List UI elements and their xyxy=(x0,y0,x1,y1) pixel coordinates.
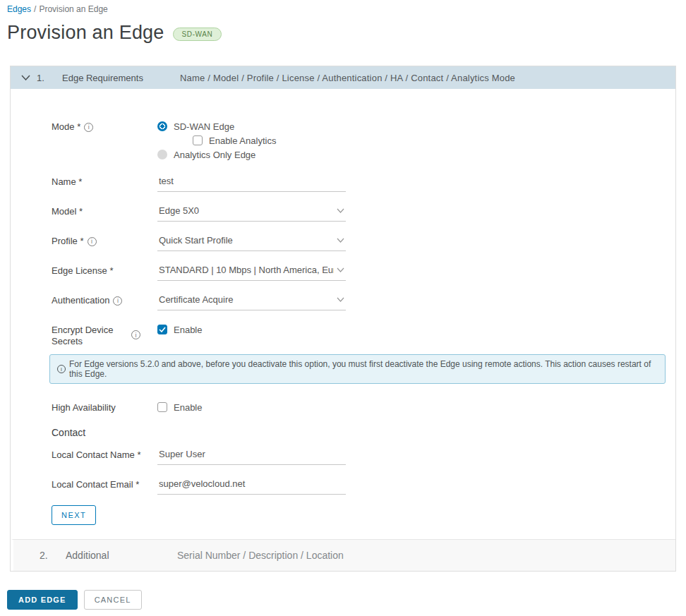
edge-license-row: Edge License * STANDARD | 10 Mbps | Nort… xyxy=(11,263,675,281)
model-value: Edge 5X0 xyxy=(159,205,334,216)
model-select[interactable]: Edge 5X0 xyxy=(157,204,346,222)
mode-label-wrap: Mode * xyxy=(52,119,157,133)
sdwan-badge: SD-WAN xyxy=(173,28,222,41)
section2-number: 2. xyxy=(40,550,59,561)
encrypt-device-secrets-row: Encrypt Device Secrets Enable xyxy=(11,322,675,347)
edge-license-label: Edge License * xyxy=(52,263,157,277)
next-button[interactable]: NEXT xyxy=(52,505,96,525)
section1-number: 1. xyxy=(37,73,55,83)
info-banner: For Edge versions 5.2.0 and above, befor… xyxy=(49,354,666,384)
name-row: Name * xyxy=(11,174,675,192)
local-contact-name-input[interactable] xyxy=(157,447,346,465)
radio-analytics-only-edge[interactable]: Analytics Only Edge xyxy=(157,147,276,162)
profile-select[interactable]: Quick Start Profile xyxy=(157,234,346,251)
enable-analytics-label: Enable Analytics xyxy=(209,135,276,146)
chevron-down-icon xyxy=(337,297,344,302)
section1-header[interactable]: 1. Edge Requirements Name / Model / Prof… xyxy=(11,66,675,89)
name-label: Name * xyxy=(52,174,157,188)
chevron-down-icon[interactable] xyxy=(21,75,31,80)
radio-disabled-icon[interactable] xyxy=(157,150,167,159)
chevron-down-icon xyxy=(337,238,344,243)
breadcrumb-link-edges[interactable]: Edges xyxy=(7,4,31,14)
breadcrumb: Edges/Provision an Edge xyxy=(0,0,686,14)
section1-title: Edge Requirements xyxy=(62,73,180,83)
authentication-label: Authentication xyxy=(52,295,109,306)
local-contact-email-row: Local Contact Email * xyxy=(11,477,675,495)
radio-checked-icon[interactable] xyxy=(157,121,167,131)
encrypt-enable-label: Enable xyxy=(174,325,202,335)
high-availability-row: High Availability Enable xyxy=(11,400,675,414)
info-icon xyxy=(57,365,66,373)
footer-actions: ADD EDGE CANCEL xyxy=(7,590,686,610)
encrypt-label-wrap: Encrypt Device Secrets xyxy=(52,322,157,347)
profile-value: Quick Start Profile xyxy=(159,235,334,246)
authentication-label-wrap: Authentication xyxy=(52,293,157,306)
checkbox-encrypt-enable[interactable]: Enable xyxy=(157,322,202,337)
profile-label: Profile * xyxy=(52,236,84,247)
local-contact-email-label: Local Contact Email * xyxy=(52,477,157,490)
contact-heading: Contact xyxy=(11,427,675,438)
chevron-down-icon xyxy=(337,208,344,213)
breadcrumb-separator: / xyxy=(34,4,36,14)
section2-subtitle: Serial Number / Description / Location xyxy=(177,550,344,561)
model-label: Model * xyxy=(52,204,157,217)
checkbox-ha-enable[interactable]: Enable xyxy=(157,400,202,414)
local-contact-name-row: Local Contact Name * xyxy=(11,447,675,465)
local-contact-email-input[interactable] xyxy=(157,477,346,495)
page-header: Provision an Edge SD-WAN xyxy=(7,21,686,44)
chevron-down-icon xyxy=(337,267,344,272)
radio-sdwan-edge-label: SD-WAN Edge xyxy=(174,121,234,132)
info-icon[interactable] xyxy=(84,123,93,132)
edge-license-select[interactable]: STANDARD | 10 Mbps | North America, Euro… xyxy=(157,263,346,281)
local-contact-name-label: Local Contact Name * xyxy=(52,447,157,461)
mode-row: Mode * SD-WAN Edge Enable Analytics Anal… xyxy=(11,119,675,162)
checkbox-unchecked-icon[interactable] xyxy=(193,135,203,145)
authentication-row: Authentication Certificate Acquire xyxy=(11,293,675,310)
radio-sdwan-edge[interactable]: SD-WAN Edge xyxy=(157,119,276,133)
authentication-select[interactable]: Certificate Acquire xyxy=(157,293,346,310)
high-availability-label: High Availability xyxy=(52,400,157,413)
section2-header[interactable]: 2. Additional Serial Number / Descriptio… xyxy=(11,539,675,571)
mode-options: SD-WAN Edge Enable Analytics Analytics O… xyxy=(157,119,276,162)
ha-enable-label: Enable xyxy=(174,402,202,413)
info-icon[interactable] xyxy=(131,330,140,339)
cancel-button[interactable]: CANCEL xyxy=(84,590,142,610)
breadcrumb-current: Provision an Edge xyxy=(39,4,107,14)
model-row: Model * Edge 5X0 xyxy=(11,204,675,222)
edge-license-value: STANDARD | 10 Mbps | North America, Euro… xyxy=(159,265,334,275)
name-input[interactable] xyxy=(157,174,346,192)
checkbox-checked-icon[interactable] xyxy=(157,325,167,334)
encrypt-device-secrets-label: Encrypt Device Secrets xyxy=(52,325,128,347)
section2-title: Additional xyxy=(66,550,177,561)
profile-label-wrap: Profile * xyxy=(52,234,157,247)
checkbox-enable-analytics[interactable]: Enable Analytics xyxy=(193,133,276,147)
checkbox-unchecked-icon[interactable] xyxy=(157,402,167,412)
info-banner-text: For Edge versions 5.2.0 and above, befor… xyxy=(69,359,658,379)
radio-analytics-only-label: Analytics Only Edge xyxy=(174,150,255,160)
info-icon[interactable] xyxy=(113,296,122,306)
provision-accordion: 1. Edge Requirements Name / Model / Prof… xyxy=(10,66,676,572)
mode-label: Mode * xyxy=(52,121,80,133)
profile-row: Profile * Quick Start Profile xyxy=(11,234,675,251)
add-edge-button[interactable]: ADD EDGE xyxy=(7,590,78,610)
info-icon[interactable] xyxy=(88,237,97,246)
section1-subtitle: Name / Model / Profile / License / Authe… xyxy=(180,73,515,83)
page-title: Provision an Edge xyxy=(7,22,164,44)
authentication-value: Certificate Acquire xyxy=(159,294,334,305)
section1-body: Mode * SD-WAN Edge Enable Analytics Anal… xyxy=(11,89,675,539)
